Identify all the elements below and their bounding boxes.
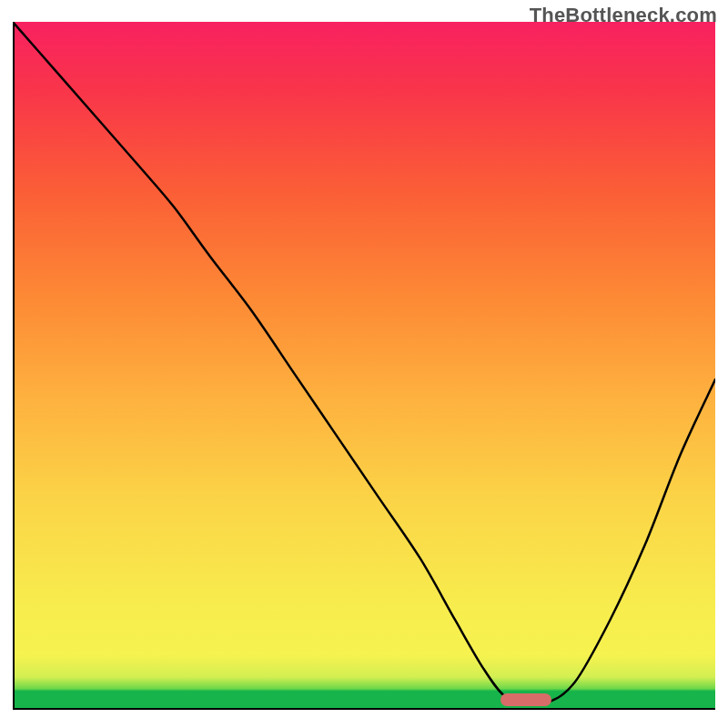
plot-area <box>13 22 715 710</box>
bottleneck-curve-path <box>13 22 715 704</box>
chart-root: TheBottleneck.com <box>0 0 728 728</box>
watermark-text: TheBottleneck.com <box>530 4 717 27</box>
optimum-marker <box>500 693 551 706</box>
bottleneck-curve <box>13 22 715 710</box>
